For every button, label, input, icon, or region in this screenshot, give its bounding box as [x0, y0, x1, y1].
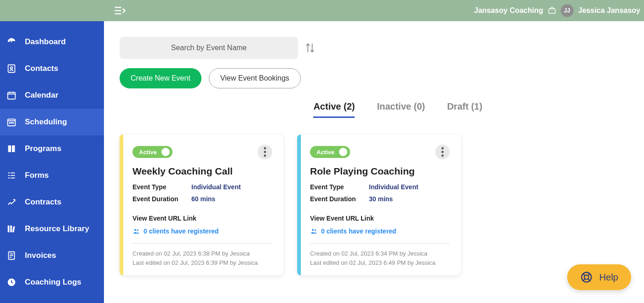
view-url-link[interactable]: View Event URL Link [310, 215, 450, 222]
sidebar-item-label: Forms [25, 171, 49, 180]
svg-rect-22 [10, 226, 12, 233]
svg-point-36 [442, 155, 444, 157]
create-event-button[interactable]: Create New Event [120, 68, 201, 88]
svg-point-38 [315, 229, 316, 231]
main-content: Create New Event View Event Bookings Act… [104, 21, 644, 303]
card-menu-button[interactable] [435, 145, 450, 159]
invoices-icon [6, 251, 17, 261]
sidebar-item-coaching-logs[interactable]: Coaching Logs [0, 269, 104, 296]
svg-rect-21 [8, 226, 10, 233]
toggle-knob [339, 148, 347, 156]
org-name[interactable]: Jansasoy Coaching [474, 6, 543, 15]
card-menu-button[interactable] [258, 145, 272, 159]
sidebar-item-label: Contacts [25, 64, 58, 73]
topbar: Jansasoy Coaching JJ Jessica Jansasoy [0, 0, 644, 21]
sidebar-item-calendar[interactable]: Calendar [0, 82, 104, 109]
sidebar-item-forms[interactable]: Forms [0, 162, 104, 189]
card-meta: Created on 02 Jul, 2023 6:38 PM by Jessi… [132, 243, 272, 267]
scheduling-icon [6, 117, 17, 127]
sidebar-item-resource-library[interactable]: Resource Library [0, 216, 104, 242]
tabs: Active (2) Inactive (0) Draft (1) [120, 101, 630, 118]
svg-line-44 [588, 279, 590, 281]
event-type-value: Individual Event [369, 183, 418, 191]
clients-text: 0 clients have registered [144, 227, 218, 235]
svg-line-43 [583, 279, 585, 281]
created-text: Created on 02 Jul, 2023 6:34 PM by Jessi… [310, 249, 450, 258]
svg-point-32 [134, 229, 136, 231]
sidebar-item-dashboard[interactable]: Dashboard [0, 29, 104, 55]
svg-point-31 [264, 155, 266, 157]
svg-point-30 [264, 151, 266, 153]
status-label: Active [139, 149, 157, 156]
calendar-icon [6, 90, 17, 100]
created-text: Created on 02 Jul, 2023 6:38 PM by Jessi… [132, 249, 272, 258]
contracts-icon [6, 197, 17, 207]
tab-active[interactable]: Active (2) [313, 101, 355, 118]
sidebar: Dashboard Contacts Calendar Scheduling P… [0, 21, 104, 303]
avatar[interactable]: JJ [561, 4, 574, 17]
svg-point-29 [264, 147, 266, 150]
sidebar-item-label: Calendar [25, 91, 58, 100]
help-label: Help [599, 272, 618, 283]
sidebar-item-label: Programs [25, 144, 61, 153]
event-card: Active Role Playing Coaching Event Type … [297, 134, 461, 275]
clients-registered-link[interactable]: 0 clients have registered [310, 227, 450, 235]
people-icon [310, 227, 317, 235]
view-bookings-button[interactable]: View Event Bookings [209, 68, 301, 88]
svg-point-35 [442, 151, 444, 153]
sidebar-item-contacts[interactable]: Contacts [0, 55, 104, 82]
view-url-link[interactable]: View Event URL Link [132, 215, 272, 222]
user-name[interactable]: Jessica Jansasoy [578, 6, 640, 15]
help-button[interactable]: Help [567, 264, 631, 290]
svg-line-41 [583, 274, 585, 276]
contacts-icon [6, 64, 17, 74]
svg-rect-23 [12, 226, 15, 232]
sidebar-item-label: Dashboard [25, 37, 66, 47]
event-title: Weekly Coaching Call [132, 166, 272, 177]
svg-point-14 [13, 122, 14, 123]
event-duration-value: 30 mins [369, 195, 393, 203]
svg-point-34 [442, 147, 444, 150]
event-card: Active Weekly Coaching Call Event Type I… [120, 134, 283, 275]
svg-point-40 [584, 275, 588, 279]
sidebar-item-invoices[interactable]: Invoices [0, 242, 104, 269]
event-duration-value: 60 mins [191, 195, 215, 203]
tab-inactive[interactable]: Inactive (0) [377, 101, 425, 118]
event-type-label: Event Type [132, 183, 191, 191]
event-type-value: Individual Event [191, 183, 241, 191]
status-label: Active [316, 149, 334, 156]
status-toggle[interactable]: Active [132, 146, 172, 158]
status-toggle[interactable]: Active [310, 146, 350, 158]
sort-button[interactable] [304, 41, 316, 54]
sidebar-item-label: Resource Library [25, 224, 89, 233]
event-duration-label: Event Duration [132, 195, 191, 203]
svg-point-5 [11, 67, 13, 69]
search-input[interactable] [120, 37, 298, 59]
svg-line-42 [588, 274, 590, 276]
dashboard-icon [6, 37, 17, 47]
clients-text: 0 clients have registered [321, 227, 396, 235]
people-icon [132, 227, 140, 235]
sidebar-item-scheduling[interactable]: Scheduling [0, 109, 104, 135]
programs-icon [6, 144, 17, 154]
event-type-label: Event Type [310, 183, 369, 191]
svg-point-13 [11, 122, 12, 123]
lifebuoy-icon [580, 271, 593, 284]
svg-point-37 [312, 229, 314, 231]
clients-registered-link[interactable]: 0 clients have registered [132, 227, 272, 235]
tab-draft[interactable]: Draft (1) [447, 101, 483, 118]
svg-point-33 [137, 229, 138, 231]
sidebar-item-programs[interactable]: Programs [0, 135, 104, 162]
toggle-knob [161, 148, 170, 156]
sidebar-item-contracts[interactable]: Contracts [0, 189, 104, 216]
sidebar-item-label: Contracts [25, 198, 61, 207]
sidebar-item-label: Coaching Logs [25, 278, 81, 287]
card-accent [297, 134, 301, 275]
sidebar-item-label: Scheduling [25, 117, 67, 127]
forms-icon [6, 170, 17, 181]
library-icon [6, 224, 17, 234]
clock-icon [6, 277, 17, 287]
card-accent [120, 134, 123, 275]
menu-toggle-button[interactable] [113, 4, 126, 17]
card-meta: Created on 02 Jul, 2023 6:34 PM by Jessi… [310, 243, 450, 267]
